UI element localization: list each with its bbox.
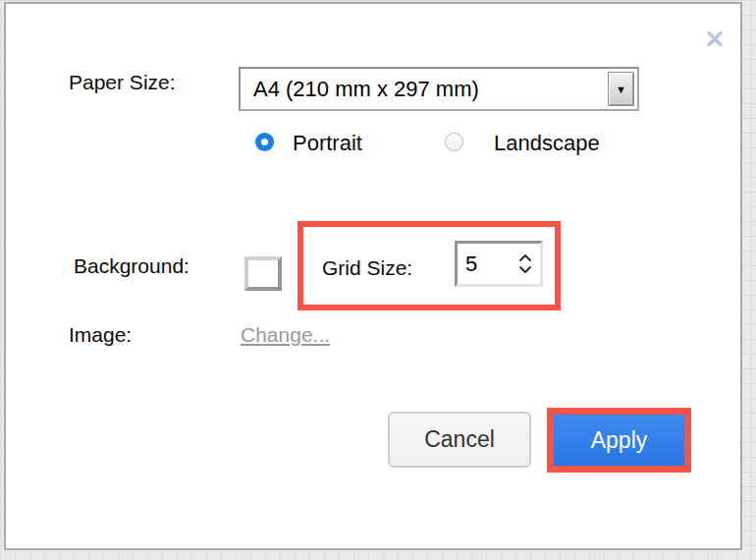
landscape-radio-label[interactable]: Landscape [494, 130, 600, 157]
cancel-button[interactable]: Cancel [388, 412, 531, 468]
grid-size-spinner [455, 241, 543, 287]
grid-size-input[interactable] [458, 252, 505, 277]
landscape-radio[interactable] [445, 133, 463, 151]
portrait-radio-label[interactable]: Portrait [293, 130, 362, 157]
image-label: Image: [69, 322, 132, 348]
paper-size-label: Paper Size: [69, 70, 176, 95]
close-icon[interactable]: ✕ [699, 24, 730, 55]
paper-size-select[interactable]: A4 (210 mm x 297 mm) ▼ [239, 67, 639, 111]
grid-size-label: Grid Size: [322, 255, 412, 281]
canvas-background: { "dialog": { "close_symbol": "✕", "pape… [0, 0, 756, 560]
portrait-radio[interactable] [255, 133, 274, 151]
apply-highlight-box: Apply [547, 408, 691, 473]
stepper-up-icon[interactable] [518, 253, 532, 262]
stepper-arrows [516, 250, 534, 279]
image-change-link[interactable]: Change... [241, 322, 330, 348]
stepper-down-icon[interactable] [518, 265, 532, 274]
background-label: Background: [74, 253, 189, 279]
page-setup-dialog: ✕ Paper Size: A4 (210 mm x 297 mm) ▼ Por… [4, 2, 742, 550]
background-color-swatch[interactable] [244, 256, 282, 291]
apply-button[interactable]: Apply [554, 415, 684, 466]
paper-size-selected-value: A4 (210 mm x 297 mm) [241, 77, 479, 102]
chevron-down-icon: ▼ [608, 72, 634, 106]
